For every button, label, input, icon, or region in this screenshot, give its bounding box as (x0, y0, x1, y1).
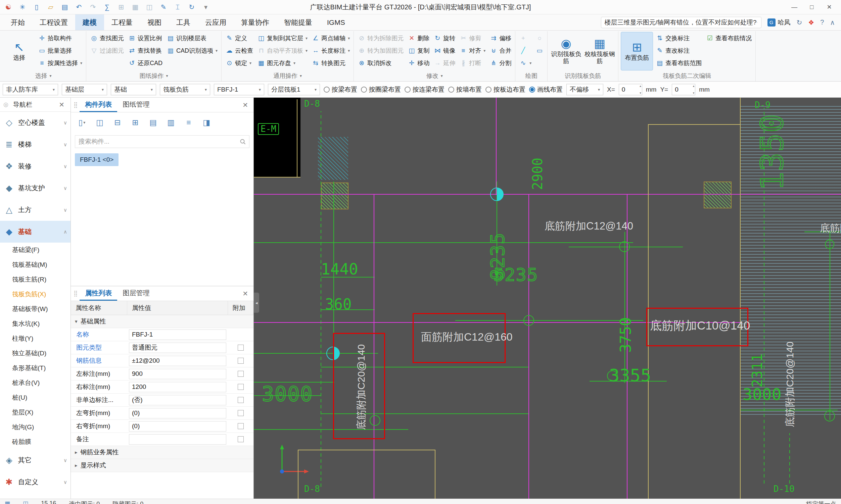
btn-CAD识别选项[interactable]: ▥CAD识别选项▾ (165, 44, 219, 57)
new-file-icon[interactable]: ▯ (32, 3, 41, 12)
app-logo-icon[interactable]: ☯ (4, 3, 13, 12)
btn-转换图元[interactable]: ⇆转换图元 (310, 57, 351, 69)
property-value-input[interactable]: (0) (129, 408, 226, 418)
attach-checkbox[interactable] (238, 345, 244, 350)
btn-拾取构件[interactable]: ✛拾取构件 (37, 32, 84, 44)
tab-智能提量[interactable]: 智能提量 (277, 14, 320, 30)
btn-修剪[interactable]: ✂修剪 (458, 32, 487, 44)
close-button[interactable]: ✕ (822, 2, 837, 12)
copy-component-button[interactable]: ◫ (94, 117, 105, 128)
point-tool[interactable]: + (518, 32, 533, 44)
radio-按连梁布置[interactable]: 按连梁布置 (405, 85, 444, 94)
btn-查改标注[interactable]: ✎查改标注 (654, 44, 703, 57)
undo-icon[interactable]: ↶ (74, 3, 83, 12)
tab-云应用[interactable]: 云应用 (198, 14, 234, 30)
detail-view-button[interactable]: ◨ (201, 117, 212, 128)
property-group-显示样式[interactable]: ▸显示样式 (71, 459, 253, 472)
btn-旋转[interactable]: ↻旋转 (432, 32, 457, 44)
tab-属性列表[interactable]: 属性列表 (80, 286, 117, 301)
drag-grip-icon[interactable]: ⣿ (73, 101, 77, 108)
property-value-input[interactable]: FBFJ-1 (129, 329, 226, 340)
btn-识别楼层表[interactable]: ▤识别楼层表 (165, 32, 219, 44)
btn-转为加固图元[interactable]: ⊕转为加固图元 (356, 44, 405, 57)
tab-IGMS[interactable]: IGMS (320, 14, 352, 30)
collapse-ribbon-icon[interactable]: ∧ (830, 18, 835, 26)
nav-group-土方[interactable]: △土方∨ (0, 199, 70, 221)
grid-icon[interactable]: ▦ (131, 3, 140, 12)
property-value-input[interactable]: (0) (129, 421, 226, 432)
options-dropdown-3[interactable]: 基础▾ (111, 84, 156, 95)
select-tool[interactable]: ↖选择 (3, 32, 35, 70)
x-input[interactable]: 0▴▾ (619, 84, 642, 95)
btn-交换标注[interactable]: ⇅交换标注 (654, 32, 703, 44)
nav-item-筏板主筋(R)[interactable]: 筏板主筋(R) (0, 272, 70, 287)
btn-延伸[interactable]: →延伸 (432, 57, 457, 69)
annotate-icon[interactable]: ✎ (159, 3, 168, 12)
collab-icon[interactable]: ◫ (145, 3, 154, 12)
btn-对齐[interactable]: ≡对齐▾ (458, 44, 487, 57)
options-dropdown-1[interactable]: 非人防车库▾ (3, 84, 58, 95)
btn-两点辅轴[interactable]: ∠两点辅轴▾ (310, 32, 351, 44)
property-value-input[interactable]: ±12@200 (129, 356, 226, 366)
calc-table-icon[interactable]: ∑ (103, 3, 111, 12)
minimize-button[interactable]: — (787, 2, 802, 12)
drag-grip-icon[interactable]: ⣿ (73, 290, 77, 297)
circle-tool[interactable]: ○ (534, 32, 545, 44)
btn-偏移[interactable]: ⇉偏移 (488, 32, 513, 44)
open-folder-icon[interactable]: ▱ (46, 3, 55, 12)
attach-checkbox[interactable] (238, 423, 244, 429)
nav-item-桩承台(V)[interactable]: 桩承台(V) (0, 376, 70, 390)
btn-还原CAD[interactable]: ↺还原CAD (126, 57, 164, 69)
nav-group-装修[interactable]: ❖装修∨ (0, 155, 70, 177)
radio-按梁布置[interactable]: 按梁布置 (323, 85, 357, 94)
options-dropdown-5[interactable]: FBFJ-1▾ (214, 84, 264, 95)
new-component-button[interactable]: ▯▾ (76, 117, 88, 128)
nav-item-基础梁(F)[interactable]: 基础梁(F) (0, 242, 70, 257)
nav-item-基础板带(W)[interactable]: 基础板带(W) (0, 302, 70, 317)
btn-镜像[interactable]: ⋈镜像 (432, 44, 457, 57)
batch-edit-button[interactable]: ▥ (165, 117, 177, 128)
place-negative-rebar[interactable]: ⊞布置负筋 (621, 32, 653, 70)
delete-component-button[interactable]: ⊟ (112, 117, 123, 128)
properties-panel-close-icon[interactable]: ✕ (240, 290, 251, 298)
nav-close-icon[interactable]: ✕ (56, 101, 67, 109)
pin-icon[interactable]: ◎ (3, 101, 8, 108)
tab-工程量[interactable]: 工程量 (104, 14, 140, 30)
nav-group-基础[interactable]: ◆基础∧ (0, 221, 70, 242)
nav-item-柱墩(Y)[interactable]: 柱墩(Y) (0, 331, 70, 346)
btn-过滤图元[interactable]: ▽过滤图元 (89, 44, 125, 57)
tab-开始[interactable]: 开始 (3, 14, 32, 30)
component-panel-close-icon[interactable]: ✕ (240, 101, 251, 109)
tab-图纸管理[interactable]: 图纸管理 (117, 98, 155, 112)
btn-取消拆改[interactable]: ⊗取消拆改 (356, 57, 405, 69)
attach-checkbox[interactable] (238, 384, 244, 390)
radio-按圈梁布置[interactable]: 按圈梁布置 (361, 85, 401, 94)
btn-定义[interactable]: ✎定义 (224, 32, 255, 44)
attach-checkbox[interactable] (238, 436, 244, 442)
cad-canvas[interactable]: ◂ D-8D-9D-8D-10E-M1440360300052353355300… (254, 98, 841, 499)
tab-图层管理[interactable]: 图层管理 (117, 286, 155, 301)
attach-checkbox[interactable] (238, 358, 244, 364)
attach-checkbox[interactable] (238, 397, 244, 403)
nav-item-桩(U)[interactable]: 桩(U) (0, 390, 70, 405)
offset-dropdown[interactable]: 不偏移▾ (566, 84, 603, 95)
btn-锁定[interactable]: ⊙锁定▾ (224, 57, 255, 69)
tab-工程设置[interactable]: 工程设置 (32, 14, 75, 30)
nav-group-自定义[interactable]: ✱自定义∨ (0, 471, 70, 493)
nav-item-独立基础(D)[interactable]: 独立基础(D) (0, 346, 70, 361)
recognize-raft-rebar[interactable]: ◉识别筏板负筋 (550, 32, 582, 70)
btn-复制到其它层[interactable]: ◫复制到其它层▾ (256, 32, 309, 44)
btn-查找图元[interactable]: ◎查找图元 (89, 32, 125, 44)
nav-item-砖胎膜[interactable]: 砖胎膜 (0, 434, 70, 449)
btn-转为拆除图元[interactable]: ⊘转为拆除图元 (356, 32, 405, 44)
maximize-button[interactable]: □ (804, 2, 820, 12)
redo-icon[interactable]: ↷ (89, 3, 98, 12)
btn-打断[interactable]: ∦打断 (458, 57, 487, 69)
gift-icon[interactable]: ❖ (808, 18, 814, 26)
tab-构件列表[interactable]: 构件列表 (80, 98, 117, 112)
property-value-input[interactable]: (否) (129, 395, 226, 406)
nav-item-筏板负筋(X)[interactable]: 筏板负筋(X) (0, 287, 70, 302)
property-value-input[interactable]: 普通图元 (129, 343, 226, 353)
btn-移动[interactable]: ✛移动 (406, 57, 431, 69)
nav-item-垫层(X)[interactable]: 垫层(X) (0, 405, 70, 420)
